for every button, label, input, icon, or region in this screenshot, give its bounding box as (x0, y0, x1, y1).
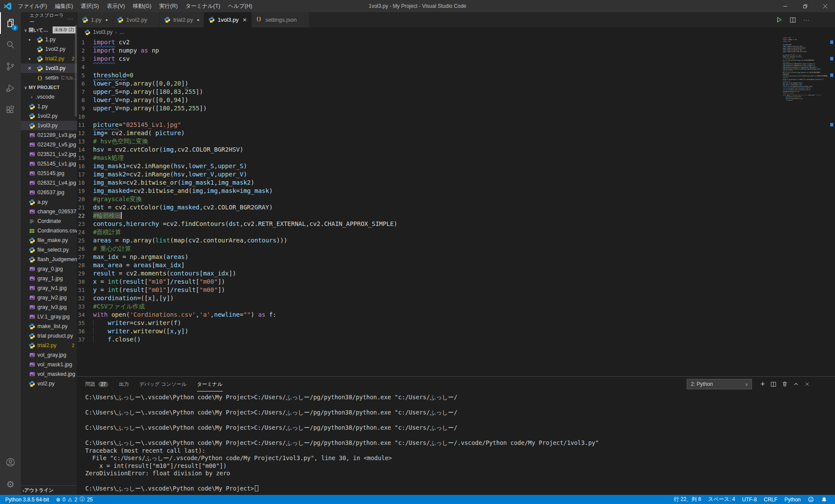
minimap[interactable]: import cv2import numpy as npimport csvth… (783, 37, 828, 113)
file-item[interactable]: 1vol3.py (21, 121, 77, 130)
menu-item-2[interactable]: 選択(S) (77, 0, 103, 12)
restore-button[interactable] (795, 0, 815, 12)
editor-tab-trial2.py[interactable]: trial2.py● (160, 12, 204, 27)
source-control-icon[interactable] (0, 56, 21, 77)
file-item[interactable]: 026537.jpg (21, 188, 77, 197)
code-line[interactable]: 32coordination=([x],[y]) (77, 294, 397, 302)
close-panel-icon[interactable] (805, 381, 810, 387)
editor-tab-1.py[interactable]: 1.py● (77, 12, 113, 27)
file-item[interactable]: Cordinations.csv (21, 226, 77, 235)
file-item[interactable]: 025145_Lv1.jpg (21, 159, 77, 169)
code-line[interactable]: 29result = cv2.moments(contours[max_idx]… (77, 269, 397, 278)
breadcrumb-file[interactable]: 1vol3.py (93, 29, 113, 35)
sidebar-more-actions-icon[interactable]: ··· (67, 16, 73, 21)
code-line[interactable]: 10 (77, 113, 397, 121)
breadcrumb-symbol[interactable]: … (119, 29, 124, 35)
file-item[interactable]: 025145.jpg (21, 169, 77, 178)
indentation-status[interactable]: スペース: 4 (705, 496, 738, 503)
code-line[interactable]: 5threshold=0 (77, 71, 397, 80)
split-terminal-icon[interactable] (771, 381, 776, 387)
code-line[interactable]: 12img= cv2.imread( picture) (77, 129, 397, 137)
code-line[interactable]: 13# hsv色空間に変換 (77, 137, 397, 146)
file-item[interactable]: vol_gray.jpg (21, 350, 77, 360)
account-icon[interactable] (0, 451, 21, 473)
minimize-button[interactable] (775, 0, 795, 12)
panel-tab-デバッグ コンソール[interactable]: デバッグ コンソール (139, 377, 187, 391)
code-line[interactable]: 9upper_V=np.array([180,255,255]) (77, 104, 397, 113)
close-window-button[interactable] (815, 0, 835, 12)
code-line[interactable]: 1import cv2 (77, 38, 397, 46)
code-editor[interactable]: 1import cv22import numpy as np3import cs… (77, 37, 835, 376)
menu-item-4[interactable]: 移動(G) (129, 0, 155, 12)
file-item[interactable]: make_list.py (21, 322, 77, 331)
code-area[interactable]: 1import cv22import numpy as np3import cs… (77, 38, 397, 344)
open-editor-item[interactable]: ●trial2.py2 (21, 54, 77, 63)
code-line[interactable]: 2import numpy as np (77, 46, 397, 55)
code-line[interactable]: 19img_masked=cv2.bitwise_and(img,img,mas… (77, 187, 397, 195)
menu-item-7[interactable]: ヘルプ(H) (224, 0, 256, 12)
modified-dot-icon[interactable]: ● (197, 18, 199, 22)
file-item[interactable]: 023521_Lv2.jpg (21, 149, 77, 159)
sidebar-scrollbar[interactable] (75, 25, 77, 116)
code-line[interactable]: 34with open('Cordinations.csv','a',newli… (77, 311, 397, 319)
code-line[interactable]: 6lower_S=np.array([0,0,20]) (77, 80, 397, 88)
code-line[interactable]: 22#輪郭検出 (77, 212, 397, 220)
feedback-smiley-icon[interactable] (804, 496, 818, 503)
file-item[interactable]: gray_0.jpg (21, 264, 77, 274)
breadcrumb[interactable]: 1vol3.py › … (77, 27, 835, 37)
file-item[interactable]: trial pruduct.py (21, 331, 77, 341)
code-line[interactable]: 23contours,hierarchy =cv2.findContours(d… (77, 220, 397, 228)
editor-tab-1vol3.py[interactable]: 1vol3.py✕ (204, 12, 251, 27)
file-item[interactable]: gray_1.jpg (21, 274, 77, 283)
code-line[interactable]: 17img_mask2=cv2.inRange(hsv,lower_V,uppe… (77, 170, 397, 179)
run-button[interactable] (776, 17, 782, 23)
file-item[interactable]: 021289_Lv3.jpg (21, 130, 77, 140)
code-line[interactable]: 20#grayscale変換 (77, 195, 397, 203)
new-terminal-icon[interactable]: + (760, 380, 765, 389)
code-line[interactable]: f.close() (783, 99, 828, 101)
close-icon[interactable]: ✕ (243, 17, 247, 23)
file-item[interactable]: flash_Judgement.py (21, 255, 77, 264)
code-line[interactable]: 25areas = np.array(list(map(cv2.contourA… (77, 236, 397, 245)
modified-dot-icon[interactable]: ● (106, 18, 108, 22)
split-editor-icon[interactable] (790, 17, 796, 23)
file-item[interactable]: 022429_Lv5.jpg (21, 140, 77, 149)
code-line[interactable]: 30x = int(result["m10"]/result["m00"]) (77, 278, 397, 286)
code-line[interactable]: 28max_area = areas[max_idx] (77, 261, 397, 269)
file-item[interactable]: vol2.py (21, 379, 77, 388)
python-interpreter-status[interactable]: Python 3.8.5 64-bit (2, 495, 53, 504)
menu-item-1[interactable]: 編集(E) (51, 0, 77, 12)
file-item[interactable]: file_make.py (21, 235, 77, 245)
file-item[interactable]: file_select.py (21, 245, 77, 255)
open-editors-header[interactable]: ∨ 開いているエディ... 未保存 (2) (21, 25, 77, 35)
code-line[interactable]: 24#面積計算 (77, 228, 397, 236)
notifications-bell-icon[interactable] (818, 497, 831, 503)
outline-section-header[interactable]: › アウトライン (21, 485, 77, 495)
file-item[interactable]: vol_mask1.jpg (21, 360, 77, 369)
code-line[interactable]: 11picture="025145_Lv1.jpg" (77, 121, 397, 129)
search-icon[interactable] (0, 34, 21, 56)
code-line[interactable]: 33#CSVファイル作成 (77, 302, 397, 311)
file-item[interactable]: trial2.py2 (21, 341, 77, 350)
problems-status[interactable]: ⊗0 ⚠2 ⓘ25 (53, 495, 97, 504)
open-editor-item[interactable]: ●1.py (21, 35, 77, 44)
code-line[interactable]: 14hsv = cv2.cvtColor(img,cv2.COLOR_BGR2H… (77, 146, 397, 154)
code-line[interactable]: 18img_mask=cv2.bitwise_or(img_mask1,img_… (77, 179, 397, 187)
code-line[interactable]: 15#mask処理 (77, 154, 397, 162)
code-line[interactable]: 4 (77, 63, 397, 71)
extensions-icon[interactable] (0, 99, 21, 121)
file-item[interactable]: gray_lv2.jpg (21, 293, 77, 302)
folder-item[interactable]: ›.vscode (21, 92, 77, 102)
run-debug-icon[interactable] (0, 77, 21, 99)
open-editor-item[interactable]: ✕1vol3.py (21, 63, 77, 73)
file-item[interactable]: 1vol2.py (21, 111, 77, 121)
code-line[interactable]: 27max_idx = np.argmax(areas) (77, 253, 397, 261)
file-item[interactable]: a.py (21, 197, 77, 207)
code-line[interactable]: 8lower_V=np.array([0,0,94]) (77, 96, 397, 104)
file-item[interactable]: vol_masked.jpg (21, 369, 77, 379)
code-line[interactable]: 7upper_S=np.array([180,83,255]) (77, 88, 397, 96)
kill-terminal-icon[interactable] (782, 381, 788, 387)
explorer-icon[interactable]: 2 (0, 12, 21, 34)
code-line[interactable]: 26# 重心の計算 (77, 245, 397, 253)
more-actions-icon[interactable]: ··· (803, 17, 810, 23)
